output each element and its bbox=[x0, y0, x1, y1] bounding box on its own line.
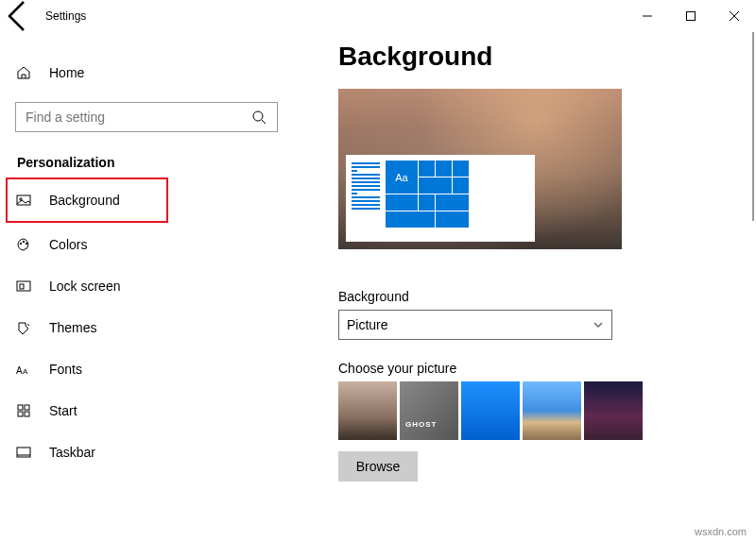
section-header: Personalization bbox=[17, 155, 285, 170]
svg-point-4 bbox=[253, 111, 263, 121]
svg-rect-12 bbox=[20, 284, 24, 289]
svg-text:A: A bbox=[23, 367, 28, 376]
preview-sample-text: Aa bbox=[386, 161, 418, 194]
nav-label: Fonts bbox=[49, 362, 82, 377]
choose-picture-label: Choose your picture bbox=[338, 361, 728, 376]
sidebar-item-start[interactable]: Start bbox=[8, 391, 285, 431]
palette-icon bbox=[15, 236, 32, 253]
sidebar-item-background[interactable]: Background bbox=[6, 178, 168, 223]
sidebar-item-taskbar[interactable]: Taskbar bbox=[8, 432, 285, 472]
picture-thumb-5[interactable] bbox=[584, 381, 643, 440]
picture-thumb-3[interactable] bbox=[461, 381, 520, 440]
home-icon bbox=[15, 64, 32, 81]
search-icon bbox=[250, 109, 267, 126]
sidebar-item-fonts[interactable]: AA Fonts bbox=[8, 349, 285, 389]
nav-label: Background bbox=[49, 193, 120, 208]
nav-label: Colors bbox=[49, 237, 87, 252]
svg-rect-18 bbox=[25, 412, 29, 416]
scrollbar[interactable] bbox=[752, 32, 754, 221]
maximize-button[interactable] bbox=[669, 2, 713, 30]
svg-rect-6 bbox=[17, 195, 30, 205]
watermark: wsxdn.com bbox=[695, 526, 747, 537]
preview-window: Aa bbox=[346, 155, 535, 242]
svg-point-10 bbox=[26, 243, 27, 245]
picture-thumb-4[interactable] bbox=[523, 381, 581, 440]
browse-button[interactable]: Browse bbox=[338, 451, 418, 482]
search-field[interactable] bbox=[26, 110, 250, 125]
svg-line-5 bbox=[262, 120, 266, 124]
home-link[interactable]: Home bbox=[8, 53, 285, 93]
back-button[interactable] bbox=[0, 0, 38, 32]
picture-thumbnails bbox=[338, 381, 728, 440]
sidebar: Home Personalization Background Colors L… bbox=[0, 32, 293, 541]
close-button[interactable] bbox=[713, 2, 756, 30]
background-dropdown[interactable]: Picture bbox=[338, 310, 612, 340]
svg-rect-17 bbox=[18, 412, 23, 416]
nav-label: Themes bbox=[49, 320, 97, 335]
background-label: Background bbox=[338, 289, 728, 304]
themes-icon bbox=[15, 319, 32, 336]
svg-rect-1 bbox=[687, 12, 696, 21]
start-icon bbox=[15, 402, 32, 419]
titlebar: Settings bbox=[0, 0, 756, 32]
svg-point-9 bbox=[23, 241, 25, 243]
nav-label: Lock screen bbox=[49, 279, 120, 294]
svg-rect-15 bbox=[18, 405, 23, 410]
nav-label: Taskbar bbox=[49, 445, 95, 460]
content: Background Aa Back bbox=[293, 32, 756, 541]
lockscreen-icon bbox=[15, 278, 32, 295]
window-title: Settings bbox=[45, 9, 86, 23]
taskbar-icon bbox=[15, 444, 32, 461]
search-input[interactable] bbox=[15, 102, 278, 132]
desktop-preview: Aa bbox=[338, 89, 622, 249]
home-label: Home bbox=[49, 65, 84, 80]
page-title: Background bbox=[338, 42, 728, 72]
nav-label: Start bbox=[49, 403, 77, 418]
chevron-down-icon bbox=[593, 319, 604, 330]
picture-thumb-1[interactable] bbox=[338, 381, 397, 440]
minimize-button[interactable] bbox=[626, 2, 669, 30]
picture-icon bbox=[15, 192, 32, 209]
dropdown-value: Picture bbox=[347, 317, 593, 332]
fonts-icon: AA bbox=[15, 361, 32, 378]
window-controls bbox=[626, 2, 756, 30]
sidebar-item-themes[interactable]: Themes bbox=[8, 308, 285, 347]
svg-point-8 bbox=[20, 243, 22, 245]
svg-rect-16 bbox=[25, 405, 29, 410]
sidebar-item-colors[interactable]: Colors bbox=[8, 225, 285, 264]
picture-thumb-2[interactable] bbox=[400, 381, 458, 440]
svg-text:A: A bbox=[16, 365, 23, 376]
sidebar-item-lockscreen[interactable]: Lock screen bbox=[8, 266, 285, 306]
